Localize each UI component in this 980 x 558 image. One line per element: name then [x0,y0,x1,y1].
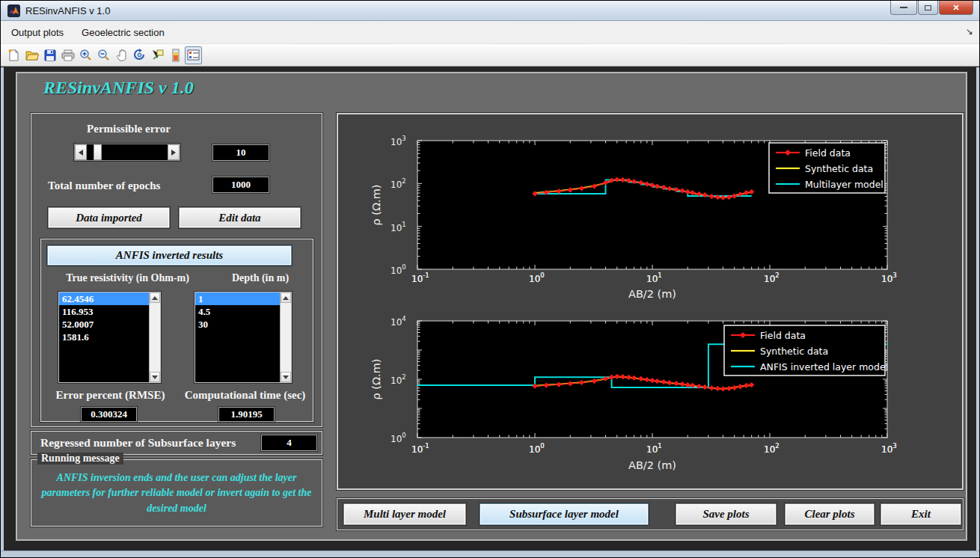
svg-text:100: 100 [529,442,545,455]
anfis-layer-model-chart: 10-110010110210310010210410-110010110210… [338,313,965,491]
edit-data-button[interactable]: Edit data [179,207,301,228]
svg-text:102: 102 [391,177,406,190]
svg-text:103: 103 [881,272,897,284]
pan-icon[interactable] [113,46,130,64]
list-item[interactable]: 30 [195,318,280,331]
list-item[interactable]: 1581.6 [59,331,149,343]
permissible-error-field[interactable] [212,144,269,161]
scroll-down-icon[interactable] [150,372,160,382]
save-icon[interactable] [41,46,58,64]
permissible-error-label: Permissible error [76,123,181,135]
svg-text:10-1: 10-1 [411,272,429,284]
list-item[interactable]: 1 [195,292,280,305]
svg-text:104: 104 [391,315,406,328]
data-imported-button[interactable]: Data imported [48,207,170,228]
list-item[interactable]: 62.4546 [59,292,149,305]
multi-layer-model-button[interactable]: Multi layer model [343,503,466,525]
footer-button-strip: Multi layer model Subsurface layer model… [337,498,964,530]
epochs-field[interactable] [212,177,269,193]
print-icon[interactable] [59,46,76,64]
depth-listbox[interactable]: 14.530 [195,292,292,383]
regressed-layers-label: Regressed number of Subsurface layers [40,436,236,450]
svg-text:Field data: Field data [760,330,806,341]
svg-text:Field data: Field data [805,147,851,159]
computational-time-field[interactable] [218,407,275,422]
svg-text:ρ (Ω.m): ρ (Ω.m) [370,185,382,226]
list-item[interactable]: 116.953 [59,305,149,318]
svg-text:Synthetic data: Synthetic data [805,163,873,174]
anfis-inverted-results-button[interactable]: ANFIS inverted results [47,245,292,266]
slider-thumb[interactable] [94,144,102,160]
exit-button[interactable]: Exit [881,503,961,525]
open-file-icon[interactable] [23,46,40,64]
controls-panel: Permissible error Total number of epochs… [31,113,322,427]
window-title: RESinvANFIS v 1.0 [25,5,110,16]
svg-text:101: 101 [646,272,662,284]
data-cursor-icon[interactable] [149,46,166,64]
resistivity-header: True resistivity (in Ohm-m) [47,272,208,284]
running-message-panel: Running message ANFIS inversion ends and… [31,459,322,527]
maximize-button[interactable] [918,1,938,15]
multilayer-model-chart: 10-110010110210310010110210310-110010110… [338,114,965,309]
svg-text:Multilayer model: Multilayer model [805,179,883,190]
insert-legend-icon[interactable] [185,46,202,64]
app-title: RESinvANFIS v 1.0 [43,78,194,98]
svg-text:AB/2 (m): AB/2 (m) [628,288,676,300]
slider-right-arrow[interactable] [168,144,180,160]
resistivity-listbox[interactable]: 62.4546116.95352.00071581.6 [58,292,161,383]
listbox-scrollbar[interactable] [280,292,291,382]
running-message-text: ANFIS inversion ends and the user can ad… [37,470,316,516]
title-bar: RESinvANFIS v 1.0 ✕ [1,1,979,21]
regressed-layers-panel: Regressed number of Subsurface layers [31,431,322,455]
error-percent-field[interactable] [81,407,137,422]
clear-plots-button[interactable]: Clear plots [785,503,875,525]
running-message-title: Running message [37,453,123,465]
error-percent-label: Error percent (RMSE) [41,389,180,402]
rotate-3d-icon[interactable] [131,46,148,64]
svg-text:ρ (Ω.m): ρ (Ω.m) [370,359,382,400]
scroll-down-icon[interactable] [281,372,291,382]
figure-toolbar [1,44,979,67]
svg-text:101: 101 [391,221,406,233]
save-plots-button[interactable]: Save plots [676,503,777,525]
list-item[interactable]: 52.0007 [59,318,149,331]
zoom-in-icon[interactable] [77,46,94,64]
plots-panel: 10-110010110210310010110210310-110010110… [337,113,964,490]
svg-text:100: 100 [529,272,545,284]
subsurface-layer-model-button[interactable]: Subsurface layer model [480,503,649,525]
window-bottom-border [1,551,979,557]
svg-text:103: 103 [881,442,897,455]
svg-text:102: 102 [764,442,780,455]
svg-text:103: 103 [391,135,406,147]
svg-text:ANFIS inverted layer model: ANFIS inverted layer model [760,361,888,372]
scroll-up-icon[interactable] [281,292,291,303]
application-window: RESinvANFIS v 1.0 ✕ Output plots Geoelec… [0,0,980,558]
close-button[interactable]: ✕ [939,1,973,15]
svg-text:101: 101 [646,442,662,455]
dock-figure-icon[interactable]: ↘ [966,26,973,37]
anfis-results-panel: ANFIS inverted results True resistivity … [40,239,313,422]
list-item[interactable]: 4.5 [195,305,280,318]
permissible-error-slider[interactable] [74,144,180,161]
main-panel: RESinvANFIS v 1.0 Permissible error Tota… [16,72,967,541]
svg-text:102: 102 [764,272,780,284]
minimize-button[interactable] [890,1,917,15]
menu-output-plots[interactable]: Output plots [4,24,71,41]
colorbar-icon[interactable] [167,46,184,64]
scroll-up-icon[interactable] [150,292,160,303]
regressed-layers-field[interactable] [261,435,317,451]
new-figure-icon[interactable] [5,46,22,64]
menu-geoelectric-section[interactable]: Geoelectric section [74,24,172,41]
computational-time-label: Computational time (sec) [176,389,314,402]
matlab-logo-icon [7,4,20,17]
zoom-out-icon[interactable] [95,46,112,64]
figure-area: RESinvANFIS v 1.0 Permissible error Tota… [1,67,979,551]
epochs-label: Total number of epochs [48,180,160,192]
listbox-scrollbar[interactable] [149,292,160,382]
svg-text:100: 100 [391,432,406,444]
depth-header: Depth (in m) [212,272,309,284]
svg-text:10-1: 10-1 [411,442,429,455]
slider-left-arrow[interactable] [75,144,87,160]
svg-text:100: 100 [391,263,406,276]
menu-bar: Output plots Geoelectric section [1,21,979,44]
